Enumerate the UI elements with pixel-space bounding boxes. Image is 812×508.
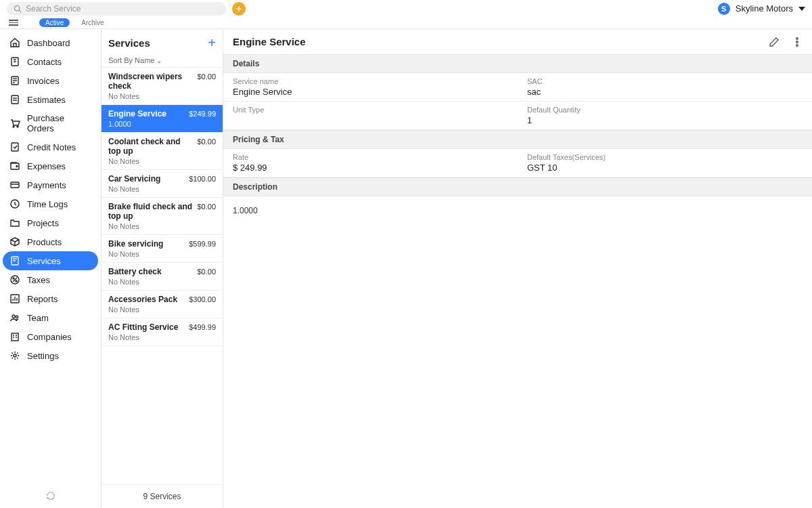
service-list-item[interactable]: Car Servicing$100.00No Notes xyxy=(102,170,223,198)
service-item-price: $599.99 xyxy=(189,240,216,248)
nav-item-expenses[interactable]: Expenses xyxy=(0,156,101,175)
nav-label: Reports xyxy=(27,294,58,304)
svg-point-14 xyxy=(13,126,14,127)
clock-icon xyxy=(9,198,20,209)
nav-item-team[interactable]: Team xyxy=(0,308,101,327)
nav-item-services[interactable]: Services xyxy=(3,251,98,270)
service-item-price: $0.00 xyxy=(197,72,216,81)
nav-label: Estimates xyxy=(27,95,66,105)
add-service-button[interactable]: + xyxy=(208,36,216,49)
invoice-icon xyxy=(9,75,20,86)
service-item-title: Bike servicing xyxy=(108,239,163,249)
nav-item-reports[interactable]: Reports xyxy=(0,289,101,308)
search-field[interactable] xyxy=(7,2,227,16)
svg-point-28 xyxy=(16,280,17,282)
search-input[interactable] xyxy=(26,4,220,14)
nav-label: Contacts xyxy=(27,57,62,67)
service-item-sub: No Notes xyxy=(108,157,216,165)
service-item-price: $499.99 xyxy=(189,323,216,331)
service-list-item[interactable]: Battery check$0.00No Notes xyxy=(102,263,223,291)
payments-icon xyxy=(9,179,20,190)
service-item-title: Battery check xyxy=(108,267,162,276)
nav-item-contacts[interactable]: Contacts xyxy=(0,52,101,71)
service-list-item[interactable]: Engine Service$249.991.0000 xyxy=(102,105,223,133)
value-sac: sac xyxy=(527,87,803,97)
nav-label: Invoices xyxy=(27,76,60,86)
service-list-item[interactable]: Coolant check and top up$0.00No Notes xyxy=(102,133,223,170)
label-default-taxes: Default Taxes(Services) xyxy=(527,153,803,161)
nav-item-settings[interactable]: Settings xyxy=(0,346,101,365)
value-rate: $ 249.99 xyxy=(233,163,508,173)
service-item-sub: No Notes xyxy=(108,278,216,286)
tab-active[interactable]: Active xyxy=(39,18,70,27)
svg-point-15 xyxy=(17,126,18,127)
detail-title: Engine Service xyxy=(233,36,306,47)
svg-rect-16 xyxy=(12,143,18,151)
service-list-item[interactable]: Brake fluid check and top up$0.00No Note… xyxy=(102,198,223,235)
nav-item-taxes[interactable]: Taxes xyxy=(0,270,101,289)
edit-button[interactable] xyxy=(769,37,780,47)
more-menu-button[interactable] xyxy=(792,37,803,47)
creditnote-icon xyxy=(9,142,20,152)
nav-item-invoices[interactable]: Invoices xyxy=(0,71,101,90)
team-icon xyxy=(9,312,20,323)
nav-item-credit-notes[interactable]: Credit Notes xyxy=(0,137,101,156)
services-list-column: Services + Sort By Name Windscreen wiper… xyxy=(102,29,223,508)
nav-label: Dashboard xyxy=(27,38,70,48)
gear-icon xyxy=(9,350,20,361)
service-list-item[interactable]: Bike servicing$599.99No Notes xyxy=(102,235,223,263)
service-item-title: Accessories Pack xyxy=(108,295,177,304)
service-item-price: $100.00 xyxy=(189,175,216,183)
service-item-price: $300.00 xyxy=(189,295,216,303)
nav-item-products[interactable]: Products xyxy=(0,232,101,251)
label-unit-type: Unit Type xyxy=(233,106,508,114)
menu-toggle[interactable] xyxy=(7,20,20,26)
svg-point-18 xyxy=(16,166,18,167)
service-list-item[interactable]: Accessories Pack$300.00No Notes xyxy=(102,291,223,318)
nav-item-companies[interactable]: Companies xyxy=(0,327,101,346)
nav-item-estimates[interactable]: Estimates xyxy=(0,90,101,109)
service-item-price: $249.99 xyxy=(189,110,216,118)
nav-label: Services xyxy=(27,256,61,266)
service-list-item[interactable]: Windscreen wipers check$0.00No Notes xyxy=(102,68,223,105)
chart-icon xyxy=(9,293,20,304)
svg-point-0 xyxy=(15,5,20,11)
value-default-qty: 1 xyxy=(527,115,803,125)
svg-point-33 xyxy=(12,315,15,318)
nav-item-projects[interactable]: Projects xyxy=(0,213,101,232)
svg-point-34 xyxy=(16,316,18,318)
service-item-title: Engine Service xyxy=(108,109,166,119)
services-list-title: Services xyxy=(108,37,150,49)
nav-item-payments[interactable]: Payments xyxy=(0,175,101,194)
avatar: S xyxy=(718,3,730,15)
nav-label: Products xyxy=(27,237,62,247)
service-item-price: $0.00 xyxy=(197,203,216,211)
label-rate: Rate xyxy=(233,153,508,161)
folder-icon xyxy=(9,217,20,228)
section-description: Description xyxy=(223,177,812,196)
sort-dropdown[interactable]: Sort By Name xyxy=(102,54,223,68)
nav-label: Time Logs xyxy=(27,199,68,209)
value-default-taxes: GST 10 xyxy=(527,163,803,173)
percent-icon xyxy=(9,274,20,285)
svg-point-27 xyxy=(13,278,14,279)
service-item-title: Brake fluid check and top up xyxy=(108,202,194,221)
add-button[interactable] xyxy=(232,2,246,16)
refresh-icon[interactable] xyxy=(46,491,55,503)
service-list-item[interactable]: AC Fitting Service$499.99No Notes xyxy=(102,318,223,346)
service-item-title: Windscreen wipers check xyxy=(108,72,194,91)
nav-item-purchase-orders[interactable]: Purchase Orders xyxy=(0,109,101,137)
nav-item-time-logs[interactable]: Time Logs xyxy=(0,194,101,213)
svg-rect-19 xyxy=(11,182,19,188)
service-item-sub: 1.0000 xyxy=(108,120,216,128)
caret-down-icon xyxy=(798,7,805,11)
account-switcher[interactable]: S Skyline Motors xyxy=(718,3,805,15)
tab-archive[interactable]: Archive xyxy=(75,18,110,27)
sidebar: DashboardContactsInvoicesEstimatesPurcha… xyxy=(0,29,102,508)
nav-label: Credit Notes xyxy=(27,142,76,152)
nav-item-dashboard[interactable]: Dashboard xyxy=(0,33,101,52)
nav-label: Companies xyxy=(27,332,72,342)
contacts-icon xyxy=(9,56,20,67)
label-service-name: Service name xyxy=(233,77,508,85)
services-icon xyxy=(9,255,20,266)
